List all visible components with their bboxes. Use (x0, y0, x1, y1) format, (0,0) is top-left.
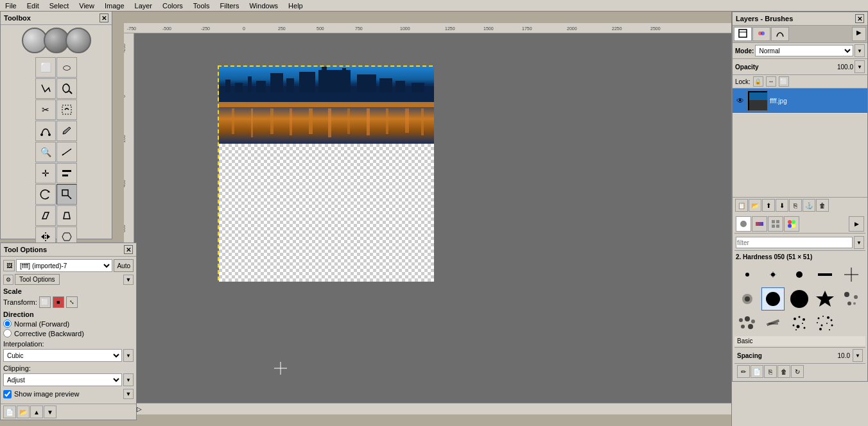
spacing-stepper[interactable]: ▼ (853, 349, 863, 362)
layer-select-dropdown[interactable]: [ffff] (imported)-7 (16, 259, 112, 272)
preview-options-btn[interactable]: ▼ (123, 389, 134, 399)
tool-perspective[interactable] (56, 205, 77, 226)
brush-item[interactable] (736, 287, 759, 311)
layer-visibility-toggle[interactable]: 👁 (735, 96, 745, 106)
interpolation-dropdown-arrow[interactable]: ▼ (123, 349, 134, 362)
menu-tools[interactable]: Tools (191, 1, 213, 10)
tool-options-icon[interactable]: ⚙ (3, 275, 13, 285)
menu-windows[interactable]: Windows (247, 1, 281, 10)
create-brush-button[interactable]: 📄 (751, 365, 763, 378)
tool-free-select[interactable] (35, 78, 56, 99)
brush-tab-circle[interactable] (736, 216, 751, 232)
brush-item[interactable] (736, 312, 759, 335)
layer-item[interactable]: 👁 ffff.jpg (733, 89, 867, 114)
transform-path-btn[interactable]: ⤡ (66, 296, 78, 308)
paths-tab[interactable] (771, 27, 789, 41)
duplicate-layer-btn[interactable]: ⎘ (789, 199, 802, 212)
mode-select[interactable]: Normal (755, 45, 853, 56)
brush-item[interactable] (813, 312, 837, 335)
brush-item[interactable] (761, 263, 785, 286)
tool-scale[interactable] (56, 184, 77, 205)
tool-fg-select[interactable] (56, 99, 77, 120)
show-preview-checkbox[interactable] (3, 390, 12, 398)
menu-colors[interactable]: Colors (160, 1, 186, 10)
open-file-button[interactable]: 📂 (17, 405, 30, 418)
lock-alpha-button[interactable]: ⬜ (779, 76, 789, 87)
direction-corrective-radio[interactable] (3, 329, 12, 337)
brush-filter-input[interactable] (736, 237, 853, 248)
tool-paths[interactable] (35, 121, 56, 141)
tool-zoom[interactable]: 🔍 (35, 142, 56, 162)
ctrl-circle[interactable] (65, 28, 91, 53)
delete-brush-button[interactable]: 🗑 (777, 365, 790, 378)
brush-filter-dropdown[interactable]: ▼ (854, 236, 864, 249)
layers-tab[interactable] (734, 27, 752, 41)
new-layer-from-visible-btn[interactable]: 📋 (735, 199, 748, 212)
brush-item[interactable] (761, 312, 785, 335)
brush-item[interactable] (840, 287, 863, 311)
tool-rotate[interactable] (35, 184, 56, 205)
new-layer-button[interactable]: 📄 (3, 405, 16, 418)
up-button[interactable]: ▲ (30, 405, 43, 418)
layers-close-button[interactable]: ✕ (855, 14, 864, 23)
brush-item[interactable] (840, 263, 863, 286)
clipping-dropdown-arrow[interactable]: ▼ (123, 373, 134, 386)
tool-options-menu-button[interactable]: ▼ (123, 275, 134, 285)
clipping-select[interactable]: Adjust (3, 373, 122, 386)
brush-item[interactable] (788, 287, 811, 311)
tool-move[interactable]: ✛ (35, 163, 56, 183)
canvas-viewport[interactable] (134, 33, 731, 403)
menu-view[interactable]: View (76, 1, 97, 10)
brush-tab-palette[interactable] (784, 216, 799, 232)
menu-filters[interactable]: Filters (218, 1, 242, 10)
tool-scissors[interactable]: ✂ (35, 99, 56, 120)
tool-shear[interactable] (35, 205, 56, 226)
brush-tab-gradient[interactable] (752, 216, 767, 232)
down-button[interactable]: ▼ (44, 405, 56, 418)
brush-tab-pattern[interactable] (768, 216, 783, 232)
direction-normal-radio[interactable] (3, 320, 12, 328)
tool-fuzzy-select[interactable] (56, 78, 77, 99)
brush-item-selected[interactable] (761, 287, 785, 311)
brush-item[interactable] (788, 263, 811, 286)
delete-layer-btn[interactable]: 🗑 (816, 199, 829, 212)
brush-item[interactable] (788, 312, 811, 335)
tool-rect-select[interactable]: ⬜ (35, 57, 56, 78)
mode-dropdown-arrow[interactable]: ▼ (855, 44, 865, 57)
open-layer-btn[interactable]: 📂 (749, 199, 761, 212)
menu-help[interactable]: Help (286, 1, 306, 10)
tool-ellipse-select[interactable]: ⬭ (56, 57, 77, 78)
image-canvas[interactable] (218, 65, 433, 280)
canvas-area[interactable]: -750 -500 -250 0 250 500 750 1000 1250 1… (124, 23, 731, 414)
tool-options-close-button[interactable]: ✕ (124, 245, 133, 254)
tool-color-picker[interactable] (56, 121, 77, 141)
brush-item[interactable] (813, 263, 837, 286)
raise-layer-btn[interactable]: ⬆ (762, 199, 775, 212)
lock-pixels-button[interactable]: 🔒 (753, 76, 763, 87)
menu-file[interactable]: File (3, 1, 19, 10)
brush-item[interactable] (813, 287, 837, 311)
menu-edit[interactable]: Edit (24, 1, 42, 10)
toolbox-close-button[interactable]: ✕ (100, 13, 108, 22)
menu-image[interactable]: Image (102, 1, 127, 10)
menu-layer[interactable]: Layer (132, 1, 155, 10)
brush-item[interactable] (736, 263, 759, 286)
refresh-brushes-button[interactable]: ↻ (791, 365, 804, 378)
menu-select[interactable]: Select (47, 1, 72, 10)
transform-layer-btn[interactable]: ⬜ (39, 296, 51, 308)
lock-position-button[interactable]: ↔ (766, 76, 776, 87)
channels-tab[interactable] (752, 27, 770, 41)
layers-panel-menu[interactable]: ▶ (852, 27, 866, 41)
tool-measure[interactable] (56, 142, 77, 162)
tool-options-tab[interactable]: Tool Options (15, 274, 60, 285)
lower-layer-btn[interactable]: ⬇ (776, 199, 788, 212)
edit-brush-button[interactable]: ✏ (737, 365, 750, 378)
interpolation-select[interactable]: Cubic (3, 349, 122, 362)
duplicate-brush-button[interactable]: ⎘ (764, 365, 777, 378)
transform-selection-btn[interactable]: ■ (53, 296, 64, 308)
tool-align[interactable] (56, 163, 77, 183)
opacity-stepper[interactable]: ▼ (855, 60, 865, 73)
anchor-layer-btn[interactable]: ⚓ (803, 199, 815, 212)
brushes-panel-menu[interactable]: ▶ (849, 216, 864, 232)
auto-button[interactable]: Auto (114, 259, 134, 272)
